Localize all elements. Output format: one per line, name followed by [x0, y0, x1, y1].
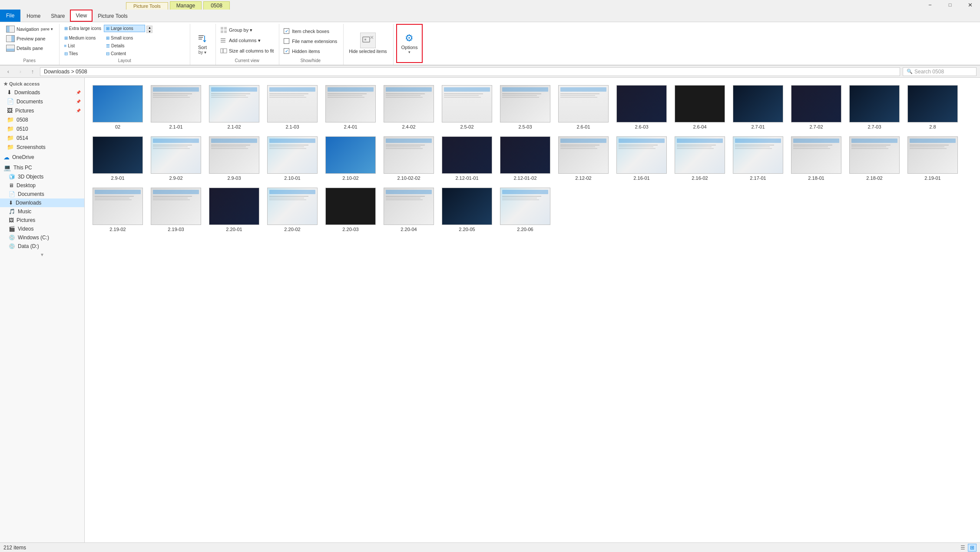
file-item[interactable]: 2.18-01: [788, 134, 844, 183]
content-icon: ⊟: [106, 51, 109, 56]
file-item[interactable]: 2.12-01-02: [497, 134, 553, 183]
file-item[interactable]: 2.10-02-02: [381, 134, 437, 183]
file-item[interactable]: 2.6-03: [614, 83, 669, 132]
large-icons-view-button[interactable]: ⊞: [968, 544, 977, 552]
sidebar-item-pictures-pc[interactable]: 🖼 Pictures: [0, 216, 84, 225]
file-item[interactable]: 2.1-03: [265, 83, 320, 132]
file-item[interactable]: 2.7-03: [847, 83, 902, 132]
address-path-bar[interactable]: Downloads > 0508: [40, 67, 900, 76]
sidebar-item-downloads-quick[interactable]: ⬇ Downloads 📌: [0, 88, 84, 97]
file-item[interactable]: 2.5-03: [497, 83, 553, 132]
file-thumbnail: [500, 188, 550, 225]
tab-view[interactable]: View: [70, 10, 93, 22]
sidebar-item-0510[interactable]: 📁 0510: [0, 124, 84, 133]
file-item[interactable]: 2.10-01: [265, 134, 320, 183]
sidebar-item-documents-pc[interactable]: 📄 Documents: [0, 190, 84, 198]
file-item[interactable]: 2.8: [905, 83, 960, 132]
add-columns-button[interactable]: Add columns ▾: [219, 36, 275, 45]
details-button[interactable]: ☰ Details: [104, 42, 145, 50]
options-button[interactable]: ⚙ Options ▾: [396, 24, 423, 63]
file-item[interactable]: 2.17-01: [730, 134, 786, 183]
sidebar-item-music[interactable]: 🎵 Music: [0, 207, 84, 216]
details-pane-button[interactable]: Details pane: [3, 44, 56, 53]
file-item[interactable]: 02: [90, 83, 146, 132]
sidebar-item-desktop[interactable]: 🖥 Desktop: [0, 181, 84, 190]
file-item[interactable]: 2.20-02: [265, 185, 320, 234]
close-button[interactable]: ✕: [960, 0, 980, 10]
preview-pane-button[interactable]: Preview pane: [3, 34, 56, 43]
medium-icons-button[interactable]: ⊞ Medium icons: [62, 34, 103, 42]
forward-button[interactable]: ›: [16, 67, 25, 76]
extra-large-icons-button[interactable]: ⊞ Extra large icons: [62, 25, 103, 32]
sidebar-item-videos[interactable]: 🎬 Videos: [0, 225, 84, 233]
hidden-items-toggle[interactable]: ✓ Hidden items: [282, 47, 339, 55]
sidebar-item-0508[interactable]: 📁 0508: [0, 115, 84, 124]
sidebar-item-screenshots[interactable]: 📁 Screenshots: [0, 142, 84, 152]
manage-tab[interactable]: Manage: [170, 1, 202, 10]
file-item[interactable]: 2.20-04: [381, 185, 437, 234]
sidebar-item-downloads-pc[interactable]: ⬇ Downloads: [0, 198, 84, 207]
file-item[interactable]: 2.20-01: [206, 185, 262, 234]
maximize-button[interactable]: □: [940, 0, 960, 10]
tab-share[interactable]: Share: [46, 10, 70, 22]
layout-scroll[interactable]: ▲ ▼: [146, 25, 187, 34]
item-check-boxes-toggle[interactable]: ✓ Item check boxes: [282, 27, 339, 35]
file-item[interactable]: 2.6-01: [556, 83, 611, 132]
group-by-button[interactable]: Group by ▾: [219, 26, 275, 34]
list-button[interactable]: ≡ List: [62, 42, 103, 50]
file-item[interactable]: 2.5-02: [439, 83, 495, 132]
file-name-extensions-toggle[interactable]: File name extensions: [282, 37, 339, 45]
back-button[interactable]: ‹: [3, 67, 13, 76]
file-item[interactable]: 2.19-02: [90, 185, 146, 234]
sidebar-item-0514[interactable]: 📁 0514: [0, 133, 84, 142]
file-item[interactable]: 2.9-02: [148, 134, 204, 183]
sidebar-item-data-d[interactable]: 💿 Data (D:): [0, 242, 84, 251]
tiles-button[interactable]: ⊟ Tiles: [62, 50, 103, 57]
up-button[interactable]: ↑: [28, 67, 37, 76]
file-item[interactable]: 2.12-02: [556, 134, 611, 183]
size-columns-icon: [220, 47, 227, 54]
file-item[interactable]: 2.20-06: [497, 185, 553, 234]
details-view-button[interactable]: ☰: [958, 544, 967, 552]
sidebar-item-3d-objects[interactable]: 🧊 3D Objects: [0, 172, 84, 181]
sidebar-item-windows-c[interactable]: 💿 Windows (C:): [0, 233, 84, 242]
file-item[interactable]: 2.20-03: [323, 185, 378, 234]
file-item[interactable]: 2.4-01: [323, 83, 378, 132]
file-name: 2.9-02: [169, 175, 182, 181]
file-item[interactable]: 2.9-03: [206, 134, 262, 183]
file-item[interactable]: 2.10-02: [323, 134, 378, 183]
hide-selected-button[interactable]: Hide selected items: [346, 24, 389, 63]
sidebar-item-documents-quick[interactable]: 📄 Documents 📌: [0, 97, 84, 106]
file-item[interactable]: 2.19-03: [148, 185, 204, 234]
content-button[interactable]: ⊟ Content: [104, 50, 145, 57]
show-hide-group: ✓ Item check boxes File name extensions …: [279, 24, 344, 65]
minimize-button[interactable]: −: [920, 0, 940, 10]
tab-home[interactable]: Home: [21, 10, 46, 22]
file-item[interactable]: 2.7-01: [730, 83, 786, 132]
file-item[interactable]: 2.18-02: [847, 134, 902, 183]
file-item[interactable]: 2.6-04: [672, 83, 728, 132]
tab-picture-tools[interactable]: Picture Tools: [93, 10, 132, 22]
search-box[interactable]: 🔍 Search 0508: [903, 67, 977, 76]
file-thumbnail: [325, 136, 376, 174]
large-icons-button[interactable]: ⊞ Large icons: [104, 25, 145, 32]
tab-file[interactable]: File: [0, 10, 20, 22]
file-item[interactable]: 2.1-01: [148, 83, 204, 132]
sidebar-item-onedrive[interactable]: ☁ OneDrive: [0, 152, 84, 162]
size-all-columns-button[interactable]: Size all columns to fit: [219, 46, 275, 55]
file-item[interactable]: 2.16-02: [672, 134, 728, 183]
file-item[interactable]: 2.1-02: [206, 83, 262, 132]
file-item[interactable]: 2.4-02: [381, 83, 437, 132]
file-thumbnail: [267, 188, 318, 225]
sidebar-item-pictures-quick[interactable]: 🖼 Pictures 📌: [0, 106, 84, 115]
nav-pane-button[interactable]: Navigation pane ▾: [3, 25, 56, 33]
file-item[interactable]: 2.9-01: [90, 134, 146, 183]
file-item[interactable]: 2.16-01: [614, 134, 669, 183]
file-item[interactable]: 2.7-02: [788, 83, 844, 132]
file-item[interactable]: 2.20-05: [439, 185, 495, 234]
small-icons-button[interactable]: ⊞ Small icons: [104, 34, 145, 42]
sidebar-item-this-pc[interactable]: 💻 This PC: [0, 162, 84, 172]
file-item[interactable]: 2.19-01: [905, 134, 960, 183]
sort-button[interactable]: Sort by ▾: [193, 24, 212, 63]
file-item[interactable]: 2.12-01-01: [439, 134, 495, 183]
